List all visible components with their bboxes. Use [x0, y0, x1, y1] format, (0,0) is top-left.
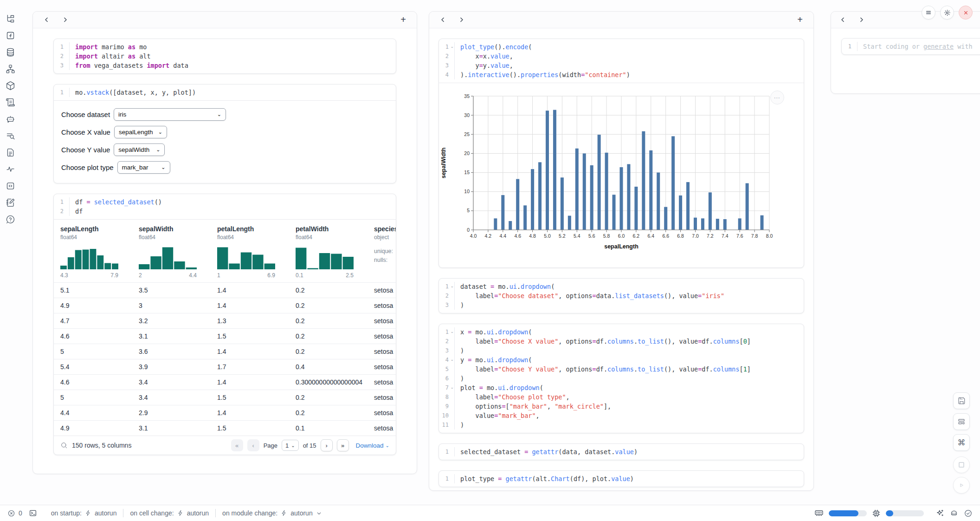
table-column-header[interactable]: petalWidthfloat640.12.5 [296, 225, 374, 279]
code-editor[interactable]: 1 Start coding or generate with [842, 42, 980, 51]
table-row[interactable]: 4.931.40.2setosa [54, 298, 396, 313]
divider [123, 509, 123, 517]
ai-sparkles-icon[interactable] [935, 509, 944, 518]
table-row[interactable]: 4.73.21.30.2setosa [54, 313, 396, 328]
code-editor[interactable]: 1selected_dataset = getattr(data, datase… [439, 444, 804, 460]
notebook-menu-button[interactable] [922, 6, 935, 20]
file-tree-icon[interactable] [5, 14, 15, 24]
datasources-icon[interactable] [5, 47, 15, 57]
plot-type-select[interactable]: mark_bar⌄ [117, 161, 170, 174]
help-icon[interactable] [5, 215, 15, 224]
documentation-icon[interactable] [5, 148, 15, 157]
logs-icon[interactable] [5, 98, 15, 107]
table-column-header[interactable]: sepalWidthfloat6424.4 [139, 225, 217, 279]
code-line: 1⌄x = mo.ui.dropdown( [439, 327, 804, 337]
table-cell: 0.2 [296, 394, 374, 401]
table-row[interactable]: 5.43.91.70.4setosa [54, 359, 396, 374]
sidebar-rail [5, 14, 15, 224]
table-row[interactable]: 4.93.11.50.1setosa [54, 420, 396, 436]
dataset-select[interactable]: iris⌄ [114, 108, 226, 121]
y-value-select[interactable]: sepalWidth⌄ [114, 143, 165, 156]
table-row[interactable]: 4.42.91.40.2setosa [54, 405, 396, 420]
dependencies-icon[interactable] [5, 64, 15, 74]
download-button[interactable]: Download⌄ [356, 442, 389, 449]
table-row[interactable]: 53.41.50.2setosa [54, 390, 396, 405]
on-startup-setting[interactable]: on startup: autorun [51, 509, 117, 517]
copilot-icon[interactable] [949, 508, 959, 518]
last-page-button[interactable]: » [337, 439, 349, 451]
code-editor[interactable]: 1⌄x = mo.ui.dropdown(2 label="Choose X v… [439, 324, 804, 433]
run-all-button[interactable] [953, 477, 970, 494]
fold-chevron-icon[interactable]: ⌄ [450, 355, 454, 364]
add-cell-button[interactable]: + [794, 14, 806, 26]
code-editor[interactable]: 1mo.vstack([dataset, x, y, plot]) [54, 85, 396, 100]
page-select[interactable]: 1⌄ [282, 440, 299, 451]
table-column-header[interactable]: sepalLengthfloat644.37.9 [60, 225, 139, 279]
table-column-header[interactable]: speciesobjectunique:nulls: [374, 225, 396, 279]
code-editor[interactable]: 1⌄dataset = mo.ui.dropdown(2 label="Choo… [439, 279, 804, 313]
table-row[interactable]: 53.61.40.2setosa [54, 344, 396, 359]
column-next-button[interactable] [59, 14, 71, 26]
settings-gear-button[interactable] [940, 6, 954, 20]
search-icon[interactable] [60, 442, 68, 449]
table-row[interactable]: 5.13.51.40.2setosa [54, 282, 396, 298]
table-row[interactable]: 4.63.11.50.2setosa [54, 328, 396, 344]
command-palette-button[interactable]: ⌘ [953, 434, 970, 451]
code-line: 10 value="mark_bar", [439, 411, 804, 420]
on-module-change-setting[interactable]: on module change: autorun [222, 509, 322, 517]
code-line: 3from vega_datasets import data [54, 61, 396, 70]
column-prev-button[interactable] [437, 14, 449, 26]
functions-icon[interactable] [5, 31, 15, 40]
connection-check-icon[interactable] [964, 509, 973, 518]
fold-chevron-icon[interactable]: ⌄ [450, 383, 454, 392]
column-next-button[interactable] [855, 14, 867, 26]
code-editor[interactable]: 1df = selected_dataset()2df [54, 194, 396, 219]
code-line: 1mo.vstack([dataset, x, y, plot]) [54, 88, 396, 97]
code-outline-icon[interactable] [5, 181, 15, 191]
scratchpad-icon[interactable] [5, 198, 15, 208]
prev-page-button[interactable]: ‹ [247, 439, 259, 451]
table-cell: setosa [374, 394, 396, 401]
code-editor[interactable]: 1⌄plot_type().encode(2 x=x.value,3 y=y.v… [439, 39, 804, 83]
code-editor[interactable]: 1import marimo as mo2import altair as al… [54, 39, 396, 73]
next-page-button[interactable]: › [321, 439, 333, 451]
fold-chevron-icon[interactable]: ⌄ [450, 42, 454, 51]
code-editor[interactable]: 1plot_type = getattr(alt.Chart(df), plot… [439, 471, 804, 487]
add-cell-button[interactable]: + [397, 14, 409, 26]
error-indicator[interactable]: 0 [7, 509, 22, 517]
table-column-header[interactable]: petalLengthfloat6416.9 [217, 225, 296, 279]
stop-kernel-button[interactable] [953, 456, 970, 473]
svg-text:0: 0 [467, 227, 470, 233]
table-cell: 0.2 [296, 332, 374, 340]
table-cell: 3.5 [139, 287, 217, 294]
column-next-button[interactable] [455, 14, 467, 26]
code-line: 1df = selected_dataset() [54, 197, 396, 207]
svg-text:4.2: 4.2 [485, 233, 492, 239]
first-page-button[interactable]: « [231, 439, 243, 451]
generate-ai-link[interactable]: generate [923, 43, 954, 50]
layout-mode-button[interactable] [953, 413, 970, 430]
column-prev-button[interactable] [40, 14, 52, 26]
column-prev-button[interactable] [837, 14, 849, 26]
table-cell: 1.3 [217, 317, 296, 325]
column-1: + 1import marimo as mo2import altair as … [32, 11, 417, 474]
code-line: 2 label="Choose dataset", options=data.l… [439, 291, 804, 300]
shutdown-button[interactable] [959, 6, 973, 20]
x-value-select[interactable]: sepalLength⌄ [114, 126, 167, 138]
table-cell: 3.9 [139, 363, 217, 371]
table-row[interactable]: 4.63.41.40.30000000000000004setosa [54, 374, 396, 390]
on-cell-change-setting[interactable]: on cell change: autorun [130, 509, 209, 517]
altair-bar-chart[interactable]: 4.04.24.44.64.85.05.25.45.65.86.06.26.46… [439, 86, 804, 265]
save-notebook-button[interactable] [953, 392, 970, 409]
packages-icon[interactable] [5, 81, 15, 91]
tracing-icon[interactable] [5, 164, 15, 174]
chart-menu-button[interactable]: ⋯ [770, 91, 784, 104]
code-line: 1selected_dataset = getattr(data, datase… [439, 447, 804, 456]
svg-text:20: 20 [464, 150, 470, 156]
snippets-icon[interactable] [5, 131, 15, 141]
fold-chevron-icon[interactable]: ⌄ [450, 281, 454, 291]
ai-chat-icon[interactable] [5, 114, 15, 124]
fold-chevron-icon[interactable]: ⌄ [450, 327, 454, 336]
terminal-button[interactable] [29, 509, 37, 517]
table-cell: 1.5 [217, 424, 296, 432]
